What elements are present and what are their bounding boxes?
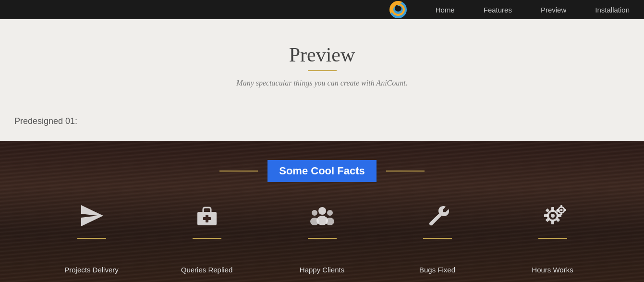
- svg-point-9: [318, 207, 326, 215]
- stat-label-queries: Queries Replied: [181, 266, 233, 274]
- svg-point-16: [551, 214, 555, 218]
- svg-point-4: [395, 5, 398, 8]
- nav-features[interactable]: Features: [484, 6, 512, 14]
- stat-divider-3: [308, 238, 337, 239]
- wrench-icon: [425, 201, 450, 230]
- gears-icon: [539, 201, 566, 230]
- stat-label-bugs: Bugs Fixed: [419, 266, 455, 274]
- svg-rect-28: [560, 212, 562, 215]
- preview-section: Preview Many spectacular things you can …: [0, 19, 644, 107]
- svg-rect-8: [203, 217, 211, 220]
- facts-line-right: [386, 171, 425, 172]
- stat-queries-replied: Queries Replied: [149, 201, 265, 274]
- stat-happy-clients: Happy Clients: [265, 201, 380, 274]
- stats-grid: Projects Delivery Queries Replied: [34, 201, 610, 274]
- preview-title-underline: [308, 70, 337, 71]
- stat-hours-works: Hours Works: [495, 201, 610, 274]
- briefcase-cross-icon: [194, 201, 219, 230]
- nav-installation[interactable]: Installation: [595, 6, 630, 14]
- predesigned-section: Predesigned 01:: [0, 107, 644, 141]
- svg-rect-30: [564, 209, 566, 211]
- paper-plane-icon: [79, 201, 104, 230]
- preview-title: Preview: [10, 43, 634, 66]
- svg-rect-19: [544, 214, 548, 217]
- navigation: Home Features Preview Installation: [0, 0, 644, 19]
- logo[interactable]: [389, 1, 407, 18]
- svg-rect-27: [560, 205, 562, 208]
- stat-label-clients: Happy Clients: [300, 266, 344, 274]
- facts-line-left: [219, 171, 258, 172]
- stat-divider-1: [77, 238, 106, 239]
- nav-home[interactable]: Home: [436, 6, 455, 14]
- stat-label-projects: Projects Delivery: [64, 266, 119, 274]
- svg-point-12: [310, 218, 319, 225]
- stat-label-hours: Hours Works: [532, 266, 573, 274]
- svg-point-14: [326, 218, 334, 225]
- svg-rect-29: [557, 209, 559, 211]
- svg-rect-18: [551, 221, 554, 224]
- stat-bugs-fixed: Bugs Fixed: [380, 201, 495, 274]
- svg-point-13: [327, 210, 333, 216]
- preview-subtitle: Many spectacular things you can create w…: [10, 79, 634, 87]
- stat-divider-2: [193, 238, 221, 239]
- facts-header: Some Cool Facts: [10, 160, 634, 182]
- stat-projects-delivery: Projects Delivery: [34, 201, 149, 274]
- svg-rect-17: [551, 207, 554, 211]
- facts-section: Some Cool Facts Projects Delivery: [0, 141, 644, 282]
- svg-point-11: [312, 210, 317, 216]
- nav-preview[interactable]: Preview: [541, 6, 566, 14]
- facts-title: Some Cool Facts: [267, 160, 376, 182]
- predesigned-label: Predesigned 01:: [14, 116, 77, 126]
- stat-divider-4: [423, 238, 452, 239]
- stat-divider-5: [538, 238, 567, 239]
- svg-marker-5: [81, 205, 103, 226]
- svg-point-26: [560, 209, 562, 211]
- group-icon: [309, 201, 336, 230]
